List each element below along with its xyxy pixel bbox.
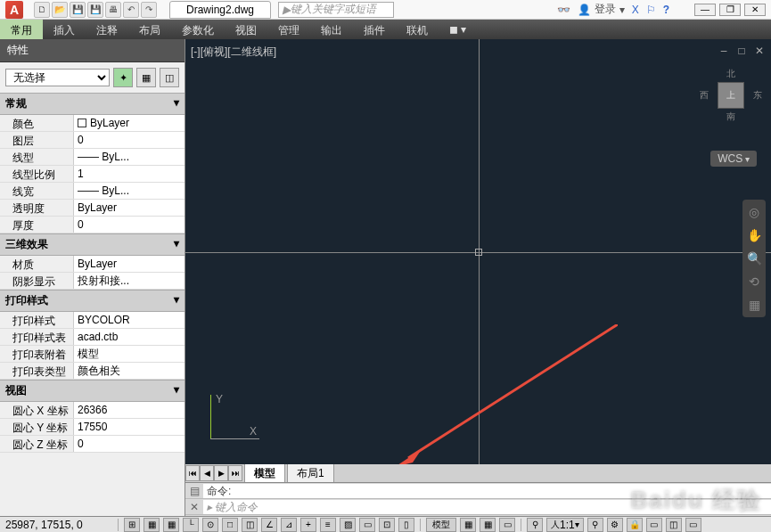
nav-pan-icon[interactable]: ✋ [745, 226, 763, 244]
prop-row[interactable]: 打印样式BYCOLOR [0, 312, 185, 329]
prop-value[interactable]: ByLayer [73, 256, 185, 272]
cmd-history-icon[interactable]: ▤ [185, 485, 203, 497]
sb-am-icon[interactable]: ▯ [398, 518, 414, 532]
sb-maximize-icon[interactable]: ▭ [499, 518, 515, 532]
wcs-badge[interactable]: WCS ▾ [710, 151, 757, 167]
ribbon-tab-output[interactable]: 输出 [310, 20, 353, 39]
prop-row[interactable]: 打印样式表acad.ctb [0, 329, 185, 346]
sb-tpy-icon[interactable]: ▨ [340, 518, 356, 532]
nav-zoom-icon[interactable]: 🔍 [745, 250, 763, 267]
layout-nav-first[interactable]: ⏮ [185, 465, 200, 481]
prop-value[interactable]: 1 [73, 166, 185, 182]
viewcube-east[interactable]: 东 [753, 89, 762, 102]
prop-value[interactable]: ByLayer [73, 115, 185, 131]
prop-row[interactable]: 圆心 Z 坐标0 [0, 436, 185, 453]
sb-ws-icon[interactable]: ⚙ [607, 518, 623, 532]
sb-annoscale-icon[interactable]: ⚲ [527, 518, 543, 532]
sb-clean-icon[interactable]: ▭ [685, 518, 701, 532]
sb-snap-icon[interactable]: ▦ [144, 518, 160, 532]
sb-infer-icon[interactable]: ⊞ [124, 518, 140, 532]
prop-value[interactable]: —— ByL... [73, 149, 185, 165]
prop-group-header[interactable]: 常规▾ [0, 93, 185, 115]
prop-value[interactable]: acad.ctb [73, 329, 185, 345]
viewport-maximize-icon[interactable]: □ [735, 45, 748, 57]
layout-nav-prev[interactable]: ◀ [200, 465, 214, 481]
layout-nav-next[interactable]: ▶ [214, 465, 228, 481]
viewcube[interactable]: 北 南 东 西 上 [700, 66, 762, 146]
select-objects-button[interactable]: ▦ [136, 68, 156, 87]
app-logo[interactable]: A [5, 1, 23, 19]
cmd-close-icon[interactable]: ✕ [185, 501, 203, 513]
sb-ducs-icon[interactable]: ⊿ [281, 518, 297, 532]
selection-dropdown[interactable]: 无选择 [5, 69, 110, 86]
ribbon-tab-insert[interactable]: 插入 [43, 20, 86, 39]
sb-model-button[interactable]: 模型 [426, 518, 456, 532]
prop-row[interactable]: 线宽—— ByL... [0, 183, 185, 200]
prop-row[interactable]: 圆心 Y 坐标17550 [0, 419, 185, 436]
sb-lwt-icon[interactable]: ≡ [320, 518, 336, 532]
sb-qp-icon[interactable]: ▭ [359, 518, 375, 532]
sb-polar-icon[interactable]: ⊙ [202, 518, 218, 532]
prop-value[interactable]: BYCOLOR [73, 312, 185, 328]
viewport-minimize-icon[interactable]: – [718, 45, 730, 57]
qat-print-icon[interactable]: 🖶 [105, 2, 121, 18]
prop-value[interactable]: ByLayer [73, 200, 185, 216]
prop-group-header[interactable]: 三维效果▾ [0, 233, 185, 256]
ribbon-tab-layout[interactable]: 布局 [128, 20, 171, 39]
prop-value[interactable]: 投射和接... [73, 273, 185, 289]
nav-fullnav-icon[interactable]: ◎ [745, 203, 763, 221]
sb-layout-icon[interactable]: ▦ [460, 518, 476, 532]
exchange-icon[interactable]: ⚐ [646, 4, 656, 16]
sb-scale-button[interactable]: 人 1:1 ▾ [546, 518, 584, 532]
prop-value[interactable]: 17550 [73, 419, 185, 435]
prop-value[interactable]: 26366 [73, 402, 185, 418]
minimize-button[interactable]: — [694, 4, 716, 16]
ribbon-tab-online[interactable]: 联机 [396, 20, 439, 39]
ribbon-tab-annotate[interactable]: 注释 [86, 20, 128, 39]
layout-tab-layout1[interactable]: 布局1 [287, 463, 334, 484]
prop-row[interactable]: 线型—— ByL... [0, 149, 185, 166]
prop-value[interactable]: 颜色相关 [73, 363, 185, 379]
sb-sc-icon[interactable]: ⊡ [379, 518, 395, 532]
ribbon-tab-expand[interactable]: ◼ ▾ [439, 20, 477, 39]
sb-qview-icon[interactable]: ▦ [480, 518, 496, 532]
prop-value[interactable]: 0 [73, 436, 185, 452]
qat-open-icon[interactable]: 📂 [52, 2, 68, 18]
viewcube-face[interactable]: 上 [718, 82, 744, 109]
qat-new-icon[interactable]: 🗋 [34, 2, 50, 18]
prop-row[interactable]: 颜色ByLayer [0, 115, 185, 132]
nav-showmotion-icon[interactable]: ▦ [745, 296, 763, 314]
prop-row[interactable]: 打印表类型颜色相关 [0, 363, 185, 380]
login-button[interactable]: 👤 登录 ▾ [578, 2, 625, 17]
viewcube-north[interactable]: 北 [726, 68, 735, 80]
sb-annovis-icon[interactable]: ⚲ [587, 518, 603, 532]
prop-row[interactable]: 圆心 X 坐标26366 [0, 402, 185, 419]
prop-row[interactable]: 厚度0 [0, 217, 185, 233]
layout-nav-last[interactable]: ⏭ [228, 465, 242, 481]
qat-save-icon[interactable]: 💾 [70, 2, 86, 18]
sb-grid-icon[interactable]: ▦ [163, 518, 179, 532]
quick-select-button[interactable]: ✦ [113, 68, 133, 87]
search-input[interactable]: ▶ 键入关键字或短语 [278, 2, 394, 18]
qat-undo-icon[interactable]: ↶ [123, 2, 139, 18]
prop-row[interactable]: 打印表附着到模型 [0, 346, 185, 363]
qat-redo-icon[interactable]: ↷ [141, 2, 157, 18]
ribbon-tab-home[interactable]: 常用 [0, 20, 43, 39]
document-tab[interactable]: Drawing2.dwg [169, 1, 271, 19]
ribbon-tab-manage[interactable]: 管理 [267, 20, 310, 39]
drawing-canvas[interactable]: [-][俯视][二维线框] – □ ✕ Y X 北 南 东 [185, 39, 771, 464]
sb-ortho-icon[interactable]: └ [183, 518, 199, 532]
prop-row[interactable]: 线型比例1 [0, 166, 185, 183]
sb-dyn-icon[interactable]: + [300, 518, 316, 532]
prop-row[interactable]: 阴影显示投射和接... [0, 273, 185, 290]
prop-row[interactable]: 透明度ByLayer [0, 200, 185, 217]
prop-group-header[interactable]: 打印样式▾ [0, 290, 185, 312]
prop-value[interactable]: 0 [73, 132, 185, 148]
prop-row[interactable]: 图层0 [0, 132, 185, 149]
sb-3dosnap-icon[interactable]: ◫ [242, 518, 258, 532]
prop-value[interactable]: 模型 [73, 346, 185, 362]
x-icon[interactable]: X [632, 4, 639, 16]
prop-row[interactable]: 材质ByLayer [0, 256, 185, 273]
sb-lock-icon[interactable]: 🔒 [627, 518, 643, 532]
prop-group-header[interactable]: 视图▾ [0, 380, 185, 402]
